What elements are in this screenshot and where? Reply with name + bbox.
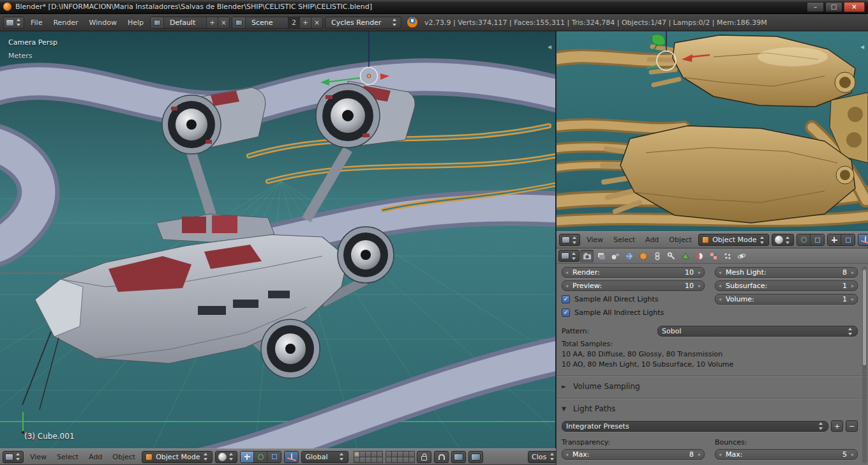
scene-name[interactable]: Scene (246, 17, 288, 28)
panel-collapsed-icon[interactable]: ► (562, 383, 568, 390)
manipulator-axis-button[interactable] (858, 234, 868, 246)
panel-expanded-icon[interactable]: ▼ (562, 406, 568, 412)
menu-file[interactable]: File (26, 19, 47, 27)
snap-toggle-button[interactable] (434, 451, 449, 463)
decrement-icon[interactable]: ◂ (564, 283, 569, 289)
editor-type-button-3dview[interactable] (559, 234, 580, 246)
viewport-3d-main[interactable]: Camera Persp Meters (3) Cube.001 ◂ (0, 31, 556, 448)
add-preset-button[interactable]: + (831, 420, 843, 432)
translate-manipulator-button[interactable] (241, 452, 254, 462)
region-collapse-icon[interactable]: ◂ (548, 43, 551, 50)
layer-toggle[interactable] (408, 457, 415, 463)
close-button[interactable]: × (844, 2, 865, 12)
checkbox-checked-icon[interactable]: ✓ (562, 309, 570, 317)
maximize-button[interactable]: □ (825, 2, 842, 12)
scene-selector[interactable]: Scene 2 + × (232, 17, 323, 29)
decrement-icon[interactable]: ◂ (717, 283, 722, 289)
viewport-shading-button[interactable] (772, 234, 794, 246)
scrollbar-thumb[interactable] (863, 270, 866, 365)
tab-modifiers[interactable] (664, 250, 678, 263)
pattern-select[interactable]: Sobol (657, 326, 858, 337)
tab-physics[interactable] (735, 250, 748, 263)
properties-scrollbar[interactable] (862, 266, 867, 463)
tab-texture[interactable] (707, 250, 720, 263)
mode-select[interactable]: Object Mode (142, 451, 213, 463)
subsurface-samples-slider[interactable]: ◂ Subsurface: 1 ▸ (715, 280, 858, 291)
viewport-shading-button[interactable] (215, 451, 237, 463)
increment-icon[interactable]: ▸ (697, 270, 702, 275)
volume-sampling-panel-header[interactable]: ► Volume Sampling (562, 380, 858, 392)
preview-samples-slider[interactable]: ◂ Preview: 10 ▸ (562, 280, 705, 291)
render-engine-select[interactable]: Cycles Render (325, 17, 401, 29)
tab-scene[interactable] (608, 250, 622, 263)
browse-scenes-button[interactable] (232, 17, 246, 28)
menu-help[interactable]: Help (123, 19, 148, 27)
decrement-icon[interactable]: ◂ (717, 270, 722, 275)
screen-layout-selector[interactable]: Default + × (150, 17, 230, 29)
render-opengl-button[interactable] (451, 451, 466, 463)
layer-toggle[interactable] (377, 457, 383, 463)
snap-element-select[interactable]: Clos (528, 451, 556, 463)
tab-object[interactable] (636, 250, 650, 263)
lock-to-scene-button[interactable] (417, 451, 431, 463)
decrement-icon[interactable]: ◂ (717, 452, 722, 457)
mode-select[interactable]: Object Mode (698, 234, 769, 246)
add-layout-button[interactable]: + (206, 17, 218, 28)
menu-add[interactable]: Add (85, 453, 106, 461)
pivot-align-button[interactable] (811, 234, 824, 245)
minimize-button[interactable]: – (807, 2, 824, 12)
integrator-presets-select[interactable]: Integrator Presets (562, 421, 828, 432)
increment-icon[interactable]: ▸ (850, 452, 855, 457)
sample-all-direct-row[interactable]: ✓ Sample All Direct Lights (562, 294, 705, 305)
transform-orientation-select[interactable]: Global (301, 451, 348, 463)
checkbox-checked-icon[interactable]: ✓ (562, 295, 570, 303)
mesh-light-samples-slider[interactable]: ◂ Mesh Light: 8 ▸ (715, 267, 858, 278)
menu-view[interactable]: View (583, 236, 607, 244)
render-opengl-anim-button[interactable] (468, 451, 483, 463)
editor-type-button-3dview-main[interactable] (3, 451, 24, 463)
decrement-icon[interactable]: ◂ (564, 452, 569, 457)
viewport-3d-secondary[interactable]: ◂ (557, 31, 868, 231)
menu-view[interactable]: View (26, 453, 50, 461)
decrement-icon[interactable]: ◂ (717, 296, 722, 302)
menu-select[interactable]: Select (610, 236, 639, 244)
delete-scene-button[interactable]: × (311, 17, 322, 28)
add-scene-button[interactable]: + (299, 17, 311, 28)
layout-name[interactable]: Default (164, 17, 206, 28)
tab-world[interactable] (622, 250, 636, 263)
manipulator-axis-button[interactable] (284, 451, 299, 463)
tab-particles[interactable] (721, 250, 734, 263)
menu-object[interactable]: Object (665, 236, 696, 244)
snap-toggle-button[interactable] (828, 234, 841, 245)
render-border-button[interactable] (841, 234, 855, 245)
pivot-point-button[interactable] (797, 234, 811, 245)
light-paths-panel-header[interactable]: ▼ Light Paths (562, 402, 858, 415)
region-collapse-icon[interactable]: ◂ (860, 43, 864, 50)
render-samples-slider[interactable]: ◂ Render: 10 ▸ (562, 267, 705, 278)
menu-window[interactable]: Window (85, 19, 121, 27)
remove-preset-button[interactable]: − (846, 420, 858, 432)
increment-icon[interactable]: ▸ (697, 452, 702, 457)
increment-icon[interactable]: ▸ (850, 283, 855, 289)
menu-select[interactable]: Select (53, 453, 82, 461)
scene-users-badge[interactable]: 2 (288, 17, 299, 28)
menu-object[interactable]: Object (108, 453, 139, 461)
tab-material[interactable] (692, 250, 706, 263)
decrement-icon[interactable]: ◂ (564, 270, 569, 275)
volume-samples-slider[interactable]: ◂ Volume: 1 ▸ (715, 294, 858, 305)
browse-layouts-button[interactable] (151, 17, 164, 28)
tab-data[interactable] (678, 250, 692, 263)
tab-constraints[interactable] (650, 250, 664, 263)
tab-render-layers[interactable] (594, 250, 608, 263)
scale-manipulator-button[interactable] (267, 452, 281, 462)
menu-render[interactable]: Render (49, 19, 82, 27)
editor-type-button-info[interactable] (3, 17, 24, 29)
delete-layout-button[interactable]: × (218, 17, 229, 28)
editor-type-button-properties[interactable] (558, 250, 580, 262)
menu-add[interactable]: Add (641, 236, 662, 244)
transparency-max-slider[interactable]: ◂ Max: 8 ▸ (562, 449, 705, 460)
bounces-max-slider[interactable]: ◂ Max: 5 ▸ (715, 449, 858, 460)
increment-icon[interactable]: ▸ (850, 296, 855, 302)
increment-icon[interactable]: ▸ (850, 270, 855, 275)
tab-render[interactable] (580, 250, 594, 263)
